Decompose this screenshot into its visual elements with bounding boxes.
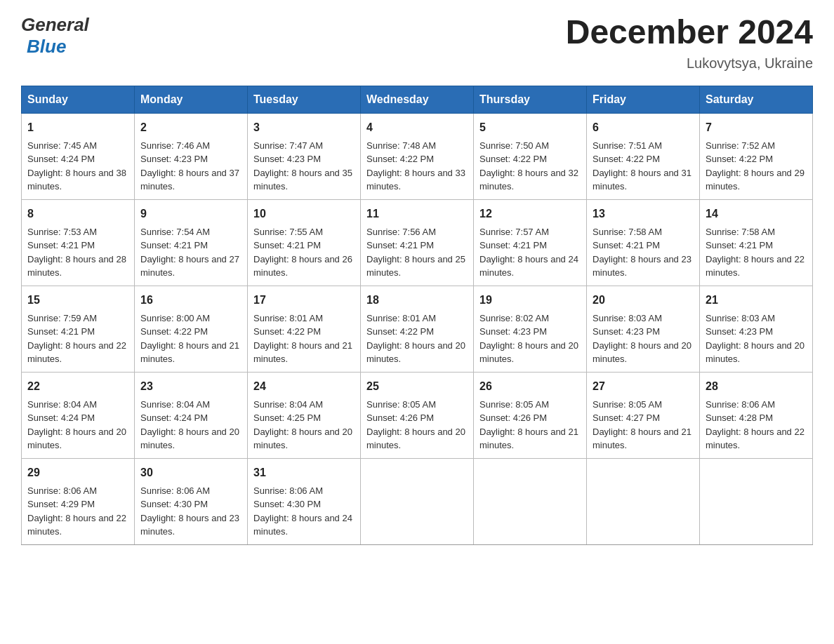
main-title: December 2024 <box>566 14 813 51</box>
day-number: 5 <box>479 119 581 136</box>
daylight-text: Daylight: 8 hours and 25 minutes. <box>366 254 465 279</box>
sunrise-text: Sunrise: 8:03 AM <box>706 313 775 323</box>
sunset-text: Sunset: 4:21 PM <box>479 240 547 250</box>
subtitle: Lukovytsya, Ukraine <box>566 55 813 72</box>
sunset-text: Sunset: 4:22 PM <box>366 154 434 164</box>
sunrise-text: Sunrise: 7:46 AM <box>140 140 210 151</box>
day-number: 6 <box>593 119 694 136</box>
sunset-text: Sunset: 4:30 PM <box>140 499 208 509</box>
day-number: 2 <box>140 119 241 136</box>
table-row: 24 Sunrise: 8:04 AM Sunset: 4:25 PM Dayl… <box>248 372 361 458</box>
sunset-text: Sunset: 4:21 PM <box>366 240 434 250</box>
daylight-text: Daylight: 8 hours and 38 minutes. <box>27 168 126 192</box>
daylight-text: Daylight: 8 hours and 23 minutes. <box>140 513 239 537</box>
sunset-text: Sunset: 4:22 PM <box>706 154 773 164</box>
day-number: 7 <box>706 119 807 136</box>
sunrise-text: Sunrise: 7:48 AM <box>366 140 436 151</box>
daylight-text: Daylight: 8 hours and 20 minutes. <box>253 427 352 451</box>
sunrise-text: Sunrise: 8:01 AM <box>253 313 323 323</box>
sunrise-text: Sunrise: 7:47 AM <box>253 140 323 151</box>
table-row: 7 Sunrise: 7:52 AM Sunset: 4:22 PM Dayli… <box>700 113 813 199</box>
day-number: 18 <box>366 292 468 309</box>
table-row: 25 Sunrise: 8:05 AM Sunset: 4:26 PM Dayl… <box>361 372 474 458</box>
sunset-text: Sunset: 4:22 PM <box>366 326 434 337</box>
day-number: 17 <box>253 292 355 309</box>
daylight-text: Daylight: 8 hours and 20 minutes. <box>593 340 691 365</box>
table-row: 23 Sunrise: 8:04 AM Sunset: 4:24 PM Dayl… <box>135 372 248 458</box>
col-sunday: Sunday <box>22 86 135 113</box>
table-row: 27 Sunrise: 8:05 AM Sunset: 4:27 PM Dayl… <box>587 372 700 458</box>
daylight-text: Daylight: 8 hours and 31 minutes. <box>593 168 691 192</box>
sunrise-text: Sunrise: 8:05 AM <box>479 399 549 410</box>
daylight-text: Daylight: 8 hours and 27 minutes. <box>140 254 239 279</box>
daylight-text: Daylight: 8 hours and 37 minutes. <box>140 168 239 192</box>
daylight-text: Daylight: 8 hours and 21 minutes. <box>593 427 691 451</box>
sunset-text: Sunset: 4:21 PM <box>27 326 95 337</box>
sunrise-text: Sunrise: 8:05 AM <box>366 399 436 410</box>
table-row: 28 Sunrise: 8:06 AM Sunset: 4:28 PM Dayl… <box>700 372 813 458</box>
sunrise-text: Sunrise: 7:57 AM <box>479 227 549 237</box>
calendar-week-row: 8 Sunrise: 7:53 AM Sunset: 4:21 PM Dayli… <box>22 199 813 286</box>
sunrise-text: Sunrise: 7:45 AM <box>27 140 97 151</box>
table-row <box>361 458 474 544</box>
daylight-text: Daylight: 8 hours and 26 minutes. <box>253 254 352 279</box>
sunset-text: Sunset: 4:23 PM <box>253 154 321 164</box>
day-number: 22 <box>27 378 128 395</box>
daylight-text: Daylight: 8 hours and 22 minutes. <box>706 427 805 451</box>
sunset-text: Sunset: 4:28 PM <box>706 412 773 423</box>
table-row <box>700 458 813 544</box>
table-row: 11 Sunrise: 7:56 AM Sunset: 4:21 PM Dayl… <box>361 199 474 286</box>
day-number: 15 <box>27 292 128 309</box>
daylight-text: Daylight: 8 hours and 32 minutes. <box>479 168 578 192</box>
sunset-text: Sunset: 4:22 PM <box>593 154 660 164</box>
day-number: 28 <box>706 378 807 395</box>
title-area: December 2024 Lukovytsya, Ukraine <box>566 14 813 72</box>
day-number: 25 <box>366 378 468 395</box>
table-row <box>474 458 587 544</box>
sunset-text: Sunset: 4:24 PM <box>27 412 95 423</box>
sunset-text: Sunset: 4:22 PM <box>253 326 321 337</box>
sunrise-text: Sunrise: 8:06 AM <box>140 485 210 496</box>
sunrise-text: Sunrise: 7:59 AM <box>27 313 97 323</box>
daylight-text: Daylight: 8 hours and 21 minutes. <box>140 340 239 365</box>
calendar-week-row: 29 Sunrise: 8:06 AM Sunset: 4:29 PM Dayl… <box>22 458 813 544</box>
table-row: 14 Sunrise: 7:58 AM Sunset: 4:21 PM Dayl… <box>700 199 813 286</box>
day-number: 8 <box>27 206 128 222</box>
col-monday: Monday <box>135 86 248 113</box>
table-row: 8 Sunrise: 7:53 AM Sunset: 4:21 PM Dayli… <box>22 199 135 286</box>
sunset-text: Sunset: 4:21 PM <box>593 240 660 250</box>
sunset-text: Sunset: 4:21 PM <box>140 240 208 250</box>
logo-general-text: General <box>21 14 89 36</box>
day-number: 31 <box>253 464 355 481</box>
day-number: 30 <box>140 464 241 481</box>
sunrise-text: Sunrise: 7:58 AM <box>593 227 662 237</box>
sunset-text: Sunset: 4:26 PM <box>479 412 547 423</box>
logo: General Blue <box>21 14 93 58</box>
daylight-text: Daylight: 8 hours and 29 minutes. <box>706 168 805 192</box>
sunset-text: Sunset: 4:23 PM <box>593 326 660 337</box>
sunrise-text: Sunrise: 8:02 AM <box>479 313 549 323</box>
table-row: 17 Sunrise: 8:01 AM Sunset: 4:22 PM Dayl… <box>248 286 361 372</box>
sunset-text: Sunset: 4:29 PM <box>27 499 95 509</box>
daylight-text: Daylight: 8 hours and 33 minutes. <box>366 168 465 192</box>
sunrise-text: Sunrise: 7:53 AM <box>27 227 97 237</box>
daylight-text: Daylight: 8 hours and 20 minutes. <box>27 427 126 451</box>
sunrise-text: Sunrise: 8:05 AM <box>593 399 662 410</box>
day-number: 16 <box>140 292 241 309</box>
calendar-week-row: 15 Sunrise: 7:59 AM Sunset: 4:21 PM Dayl… <box>22 286 813 372</box>
calendar-week-row: 22 Sunrise: 8:04 AM Sunset: 4:24 PM Dayl… <box>22 372 813 458</box>
sunrise-text: Sunrise: 7:51 AM <box>593 140 662 151</box>
table-row: 9 Sunrise: 7:54 AM Sunset: 4:21 PM Dayli… <box>135 199 248 286</box>
daylight-text: Daylight: 8 hours and 20 minutes. <box>366 340 465 365</box>
daylight-text: Daylight: 8 hours and 35 minutes. <box>253 168 352 192</box>
day-number: 21 <box>706 292 807 309</box>
table-row: 16 Sunrise: 8:00 AM Sunset: 4:22 PM Dayl… <box>135 286 248 372</box>
sunrise-text: Sunrise: 8:06 AM <box>27 485 97 496</box>
daylight-text: Daylight: 8 hours and 23 minutes. <box>593 254 691 279</box>
table-row: 21 Sunrise: 8:03 AM Sunset: 4:23 PM Dayl… <box>700 286 813 372</box>
sunrise-text: Sunrise: 7:56 AM <box>366 227 436 237</box>
day-number: 26 <box>479 378 581 395</box>
table-row: 26 Sunrise: 8:05 AM Sunset: 4:26 PM Dayl… <box>474 372 587 458</box>
calendar-table: Sunday Monday Tuesday Wednesday Thursday… <box>21 86 813 545</box>
sunset-text: Sunset: 4:23 PM <box>479 326 547 337</box>
